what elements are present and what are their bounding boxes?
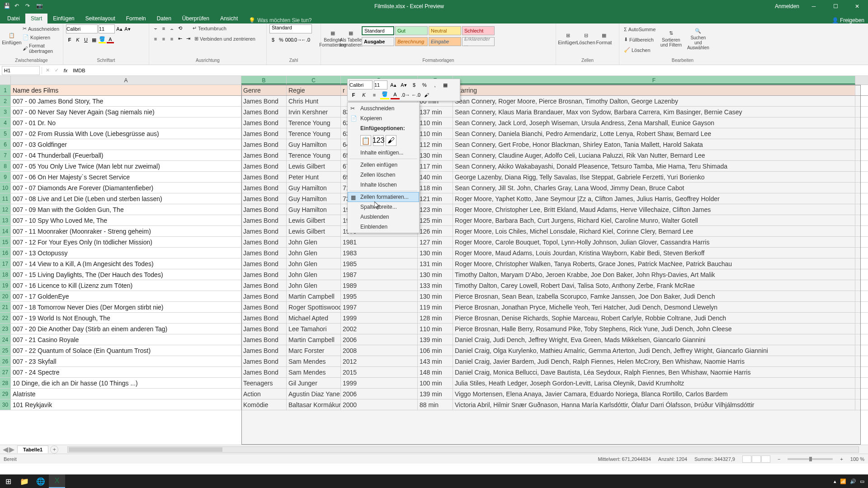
cell[interactable]: 130 min [418,291,453,301]
ctx-copy[interactable]: 📄Kopieren [348,113,419,123]
cell[interactable]: 2006 [341,389,418,399]
cell[interactable]: John Glen [287,269,341,280]
mini-fontcolor-icon[interactable]: A [391,90,400,99]
row-header[interactable]: 17 [0,258,11,269]
cell[interactable]: Michael Apted [287,313,341,323]
cell[interactable]: James Bond [241,96,287,106]
header-cell[interactable]: Name des Films [11,85,241,95]
cell[interactable]: James Bond [241,215,287,225]
cell[interactable]: Sean Connery, Daniela Bianchi, Pedro Arm… [453,128,855,139]
cell[interactable]: Martin Campbell [287,291,341,301]
ctx-insert-cells[interactable]: Zellen einfügen [348,160,419,170]
mini-grow-font-icon[interactable]: A▴ [389,80,398,89]
align-bottom-icon[interactable]: ⫠ [168,25,175,32]
sort-filter-button[interactable]: ⇅Sortieren und Filtern [657,24,684,53]
cell[interactable]: 007 - 06 On Her Majesty`s Secret Service [11,172,241,182]
font-size-select[interactable] [99,24,115,33]
mini-currency-icon[interactable]: $ [410,80,419,89]
ctx-delete-cells[interactable]: Zellen löschen [348,170,419,180]
row-header[interactable]: 30 [0,399,11,410]
enter-icon[interactable]: ✓ [53,67,60,74]
cell[interactable]: Roger Moore, Barbara Bach, Curt Jurgens,… [453,215,855,225]
cell[interactable]: 1981 [341,237,418,247]
mini-align-icon[interactable]: ≡ [370,90,379,99]
cell[interactable]: 007 - 13 Octopussy [11,248,241,258]
col-header-f[interactable]: F [453,76,855,84]
view-page-break-icon[interactable] [761,455,770,463]
style-eingabe[interactable]: Eingabe [429,37,461,46]
tab-formeln[interactable]: Formeln [121,14,151,23]
shrink-font-icon[interactable]: A▾ [124,25,131,33]
cell[interactable]: Roger Moore, Carole Bouquet, Topol, Lynn… [453,237,855,247]
tray-chevron-icon[interactable]: ▴ [834,479,836,484]
cell[interactable]: 007 - 21 Casino Royale [11,334,241,345]
zoom-out-button[interactable]: − [778,456,780,462]
tab-ansicht[interactable]: Ansicht [215,14,243,23]
cell[interactable]: Chris Hunt [287,96,341,106]
cell[interactable]: Action [241,389,287,399]
autosum-button[interactable]: Σ AutoSumme [622,26,657,33]
row-header[interactable]: 29 [0,389,11,399]
cell[interactable]: Pierce Brosnan, Halle Berry, Rosamund Pi… [453,324,855,334]
cell[interactable]: Roger Moore, Christopher Walken, Tanya R… [453,258,855,269]
cell[interactable]: James Bond [241,150,287,160]
bold-icon[interactable]: F [66,36,73,43]
cell[interactable]: Sean Connery, Roger Moore, Pierce Brosna… [453,96,855,106]
cell[interactable]: 007 - 17 GoldenEye [11,291,241,301]
signin-link[interactable]: Anmelden [775,3,799,9]
mini-percent-icon[interactable]: % [420,80,429,89]
format-table-button[interactable]: ▦Als Tabelle formatieren [342,24,360,53]
paste-opt-default[interactable]: 📋 [360,135,371,146]
cell[interactable]: James Bond [241,367,287,377]
mini-border-icon[interactable]: ▦ [441,80,450,89]
cell[interactable]: Roger Moore, Yaphet Kotto, Jane Seymour … [453,193,855,204]
style-schlecht[interactable]: Schlecht [462,26,495,35]
cell[interactable]: 2012 [341,356,418,366]
tray-lang[interactable]: ▭ [860,479,864,484]
cell[interactable]: 007 - 16 Licence to Kill (Lizenz zum Töt… [11,280,241,291]
ctx-cut[interactable]: ✂Ausschneiden [348,103,419,113]
cell[interactable]: John Glen [287,237,341,247]
cell[interactable]: James Bond [241,237,287,247]
cell[interactable]: Peter Hunt [287,172,341,182]
cell[interactable]: Julia Stiles, Heath Ledger, Joseph Gordo… [453,378,855,388]
row-header[interactable]: 6 [0,139,11,150]
cell[interactable]: Daniel Craig, Judi Dench, Jeffrey Wright… [453,334,855,345]
row-header[interactable]: 26 [0,356,11,366]
cell[interactable]: Viggo Mortensen, Elena Anaya, Javier Cam… [453,389,855,399]
hscroll[interactable] [67,446,859,453]
cell[interactable]: 007 - 18 Tomorrow Never Dies (Der Morgen… [11,302,241,312]
zoom-slider[interactable] [788,458,833,460]
col-header-b[interactable]: B [241,76,287,84]
cell[interactable]: 133 min [418,280,453,291]
cell[interactable]: Gil Junger [287,378,341,388]
task-excel[interactable]: X [49,474,65,488]
cell[interactable]: Sean Connery, Jack Lord, Joseph Wiseman,… [453,117,855,128]
number-format-select[interactable]: Standard [269,24,312,33]
cell[interactable]: 1983 [341,248,418,258]
formula-input[interactable] [71,68,868,73]
cell[interactable]: John Glen [287,258,341,269]
row-header[interactable]: 4 [0,117,11,128]
mini-bold-icon[interactable]: F [349,90,358,99]
style-neutral[interactable]: Neutral [429,26,461,35]
ctx-format-cells[interactable]: ▦Zellen formatieren... [348,192,419,202]
task-explorer[interactable]: 📁 [16,474,33,488]
cell[interactable]: Agustin Diaz Yanes [287,389,341,399]
cell[interactable]: Sean Connery, Jill St. John, Charles Gra… [453,183,855,193]
cell[interactable]: Daniel Craig, Olga Kurylenko, Mathieu Am… [453,345,855,356]
align-left-icon[interactable]: ≡ [152,35,159,42]
sheet-nav-first-icon[interactable]: ◀ [3,445,8,454]
dec-decimal-icon[interactable]: ←.0 [302,36,309,43]
cell[interactable]: James Bond [241,258,287,269]
cell[interactable]: Guy Hamilton [287,193,341,204]
cell[interactable]: 007 - 24 Spectre [11,367,241,377]
cell[interactable]: 1999 [341,313,418,323]
cancel-icon[interactable]: ✕ [44,67,51,74]
cell[interactable]: 007 - 22 Quantum of Solace (Ein Quantum … [11,345,241,356]
cell[interactable]: 128 min [418,313,453,323]
cell[interactable]: Teenagers [241,378,287,388]
insert-cells-button[interactable]: ⊞Einfügen [559,24,577,53]
cell[interactable]: 007 - 12 For Your Eyes Only (In tödliche… [11,237,241,247]
cell[interactable]: Terence Young [287,128,341,139]
